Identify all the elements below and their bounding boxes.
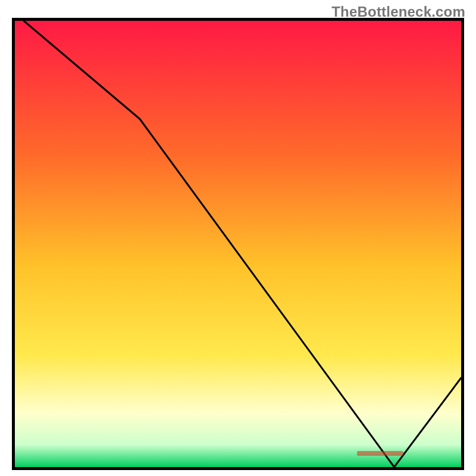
- stage: TheBottleneck.com: [0, 0, 476, 476]
- plot-svg: [15, 21, 461, 467]
- gradient-background: [15, 21, 461, 467]
- plot-frame: [12, 18, 464, 470]
